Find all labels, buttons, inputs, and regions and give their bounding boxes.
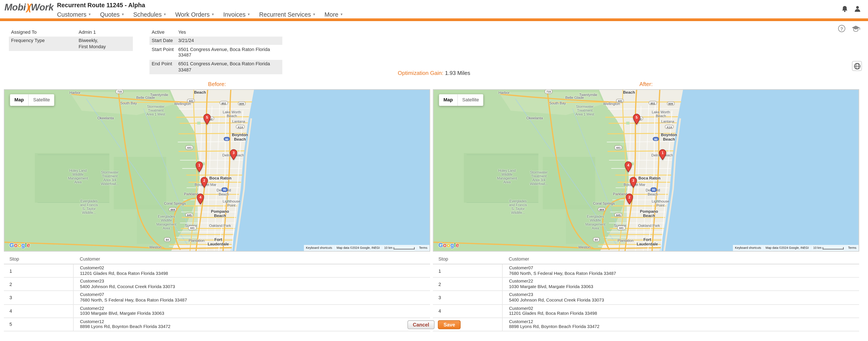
nav-item-work-orders[interactable]: Work Orders▾ bbox=[173, 10, 221, 19]
satellite-button[interactable]: Satellite bbox=[28, 94, 54, 106]
map-marker-pin-icon[interactable]: 2 bbox=[626, 193, 633, 204]
help-icon[interactable]: ? bbox=[838, 25, 845, 32]
map-scale-label: 10 km bbox=[813, 246, 822, 250]
customer-address: 1030 Margate Blvd, Margate Florida 33063 bbox=[509, 284, 859, 290]
nav-item-invoices[interactable]: Invoices▾ bbox=[221, 10, 257, 19]
map-marker-pin-icon[interactable]: 1 bbox=[659, 149, 666, 160]
table-row: 4Customer0211201 Glades Rd, Boca Raton F… bbox=[433, 304, 859, 318]
map-type-control: Map Satellite bbox=[10, 94, 54, 106]
keyboard-shortcuts-link[interactable]: Keyboard shortcuts bbox=[733, 245, 763, 251]
map-button[interactable]: Map bbox=[439, 94, 457, 106]
notifications-bell-icon[interactable] bbox=[841, 5, 848, 12]
map-marker-pin-icon[interactable]: 5 bbox=[204, 113, 211, 124]
info-label: Frequency Type bbox=[9, 36, 76, 51]
map-marker-pin-icon[interactable]: 5 bbox=[633, 113, 640, 124]
before-title: Before: bbox=[4, 81, 430, 89]
map-marker-pin-icon[interactable]: 1 bbox=[195, 161, 203, 172]
nav-item-label: Customers bbox=[57, 11, 86, 18]
customer-address: 5400 Johnson Rd, Coconut Creek Florida 3… bbox=[80, 284, 430, 290]
info-row: Assigned ToAdmin 1 bbox=[9, 28, 133, 36]
customer-header: Customer bbox=[502, 254, 859, 264]
map-marker-pin-icon[interactable]: 3 bbox=[630, 177, 637, 188]
info-table-left: Assigned ToAdmin 1Frequency TypeBiweekly… bbox=[9, 28, 133, 51]
svg-text:5: 5 bbox=[636, 115, 638, 119]
map-marker-pin-icon[interactable]: 2 bbox=[200, 177, 208, 188]
road-shield-icon: 809 bbox=[667, 102, 675, 106]
customer-name: Customer22 bbox=[80, 306, 430, 311]
road-shield-icon: 95 bbox=[221, 188, 228, 192]
mobiwork-logo[interactable]: Mobi)(Work bbox=[4, 2, 54, 13]
nav-item-label: Recurrent Services bbox=[259, 11, 311, 18]
chevron-down-icon: ▾ bbox=[164, 12, 166, 17]
info-label: Active bbox=[149, 28, 176, 36]
customer-cell: Customer235400 Johnson Rd, Coconut Creek… bbox=[502, 291, 859, 304]
road-shield-icon: 802 bbox=[220, 101, 228, 105]
nav-item-schedules[interactable]: Schedules▾ bbox=[131, 10, 173, 19]
road-shield-icon: 84 bbox=[164, 237, 170, 241]
nav-item-recurrent-services[interactable]: Recurrent Services▾ bbox=[257, 10, 322, 19]
map-data-attribution: Map data ©2024 Google, INEGI bbox=[763, 245, 811, 251]
google-logo-letter: G bbox=[438, 241, 443, 248]
main-nav: Customers▾Quotes▾Schedules▾Work Orders▾I… bbox=[55, 10, 350, 19]
stop-cell: 1 bbox=[433, 264, 502, 277]
svg-text:5: 5 bbox=[206, 115, 208, 119]
user-account-icon[interactable] bbox=[854, 5, 861, 12]
google-logo-letter: o bbox=[443, 241, 447, 248]
map-marker-pin-icon[interactable]: 3 bbox=[230, 149, 237, 160]
table-row: 2Customer235400 Johnson Rd, Coconut Cree… bbox=[4, 277, 430, 291]
road-shield-icon: 84 bbox=[593, 237, 599, 241]
customer-name: Customer02 bbox=[80, 265, 430, 271]
map-globe-button[interactable] bbox=[852, 61, 862, 71]
nav-item-more[interactable]: More▾ bbox=[322, 10, 350, 19]
google-logo[interactable]: Google bbox=[9, 241, 30, 248]
info-label: Assigned To bbox=[9, 28, 76, 36]
road-shield-icon: 809 bbox=[238, 102, 246, 106]
nav-item-quotes[interactable]: Quotes▾ bbox=[98, 10, 131, 19]
table-row: 2Customer221030 Margate Blvd, Margate Fl… bbox=[433, 277, 859, 291]
map-marker-pin-icon[interactable]: 4 bbox=[625, 161, 632, 172]
map-button[interactable]: Map bbox=[10, 94, 28, 106]
map-before[interactable]: Map Satellite Google Keyboard shortcuts … bbox=[4, 89, 430, 252]
terms-link[interactable]: Terms bbox=[417, 245, 430, 251]
road-shield-icon: 845 bbox=[614, 213, 622, 217]
customer-cell: Customer0211201 Glades Rd, Boca Raton Fl… bbox=[502, 304, 859, 318]
svg-text:2: 2 bbox=[628, 195, 630, 199]
optimization-gain-value: 1.93 Miles bbox=[445, 70, 470, 76]
chevron-down-icon: ▾ bbox=[248, 12, 250, 17]
chevron-down-icon: ▾ bbox=[89, 12, 91, 17]
stop-cell: 2 bbox=[4, 277, 73, 291]
road-shield-icon: 441 bbox=[616, 98, 624, 103]
svg-text:2: 2 bbox=[203, 179, 205, 183]
map-attribution: Keyboard shortcuts Map data ©2024 Google… bbox=[733, 245, 859, 251]
table-row: 3Customer235400 Johnson Rd, Coconut Cree… bbox=[433, 291, 859, 304]
customer-name: Customer22 bbox=[509, 279, 859, 284]
nav-item-label: More bbox=[324, 11, 338, 18]
road-shield-icon: 441 bbox=[185, 145, 193, 149]
info-label: Start Point bbox=[149, 45, 176, 60]
nav-item-customers[interactable]: Customers▾ bbox=[55, 10, 98, 19]
after-title: After: bbox=[433, 81, 859, 89]
header-icons bbox=[841, 5, 861, 12]
save-button[interactable]: Save bbox=[438, 320, 461, 329]
customer-cell: Customer0211201 Glades Rd, Boca Raton Fl… bbox=[73, 264, 430, 277]
terms-link[interactable]: Terms bbox=[846, 245, 859, 251]
satellite-button[interactable]: Satellite bbox=[457, 94, 484, 106]
keyboard-shortcuts-link[interactable]: Keyboard shortcuts bbox=[304, 245, 335, 251]
cancel-button[interactable]: Cancel bbox=[407, 320, 435, 329]
info-value: Biweekly, First Monday bbox=[76, 36, 133, 51]
map-marker-pin-icon[interactable]: 4 bbox=[197, 193, 204, 204]
table-row: 4Customer221030 Margate Blvd, Margate Fl… bbox=[4, 304, 430, 318]
map-scale: 10 km bbox=[382, 245, 417, 251]
road-shield-icon: 845 bbox=[185, 213, 193, 217]
footer-actions: Cancel Save bbox=[0, 320, 868, 329]
info-row: Frequency TypeBiweekly, First Monday bbox=[9, 36, 133, 51]
scale-bar bbox=[394, 247, 414, 249]
info-label: Start Date bbox=[149, 36, 176, 45]
map-after[interactable]: Map Satellite Google Keyboard shortcuts … bbox=[433, 89, 859, 252]
after-panel: After: bbox=[433, 81, 859, 332]
training-cap-icon[interactable] bbox=[851, 25, 860, 32]
road-shield-icon: 715 bbox=[545, 90, 553, 94]
map-scale-label: 10 km bbox=[384, 246, 393, 250]
customer-address: 7680 North, S Federal Hwy, Boca Raton Fl… bbox=[509, 271, 859, 276]
google-logo[interactable]: Google bbox=[438, 241, 459, 248]
